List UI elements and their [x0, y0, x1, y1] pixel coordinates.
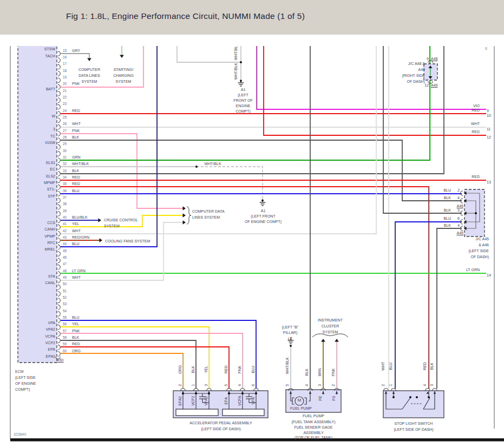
pedal-caption: ACCELERATOR PEDAL ASSEMBLY — [189, 421, 252, 425]
label--left-side-of-dash-: (LEFT SIDE OF DASH) — [201, 427, 241, 431]
starting-charging: STARTING/ — [114, 68, 134, 71]
label-system: SYSTEM — [82, 80, 97, 83]
label-6: 6 — [457, 216, 460, 220]
ecm-caption: ECM — [15, 370, 24, 373]
ecm-pin-name-mpmp: MPMP — [44, 181, 55, 185]
jc48-pin9: 9 — [427, 57, 429, 61]
label-red: RED — [472, 108, 480, 112]
label-fs: FS — [332, 382, 336, 414]
ecm-pin-name-canh: CANH — [44, 227, 55, 231]
label-l2: L2 — [288, 337, 292, 340]
whtblk-mid-label: WHT/BLK — [204, 162, 221, 166]
label-blu: BLU — [443, 216, 451, 220]
ecm-wire-color-pin26: WHT — [72, 122, 81, 126]
ecm-wire-color-pin44: BLU — [72, 242, 80, 246]
label-epa2: EPA2 — [178, 384, 182, 417]
label-blk: BLK — [444, 196, 451, 200]
ecm-pin-name-stsw: STSW — [44, 47, 55, 51]
figure-title-bar: Fig 1: 1.8L, Engine Performance Circuit,… — [0, 0, 504, 35]
stop-caption: STOP LIGHT SWITCH — [395, 422, 433, 425]
label-vcpa: VCPA — [238, 384, 241, 417]
label-2: 2 — [457, 188, 460, 192]
ecm-wire-color-pin28: BLK — [72, 135, 79, 139]
ecm-pin-name-stp: STP — [48, 194, 55, 198]
ecm-pin-number-32: 32 — [63, 162, 67, 166]
ecm-wire-color-pin36: BLU — [72, 189, 80, 193]
ecm-pin-number-38: 38 — [63, 202, 67, 206]
ecm-pin-number-42: 42 — [63, 229, 67, 233]
label--left-side-of-dash-: (LEFT SIDE OF DASH) — [394, 428, 434, 431]
engine-performance-circuit-diagram: 1516171819202122232425262728293031323334… — [0, 46, 504, 447]
ecm-pin-number-17: 17 — [63, 62, 67, 66]
label-vcp2: VCP2 — [191, 384, 195, 417]
ecm-pin-number-43: 43 — [63, 236, 67, 240]
exit-14: 14 — [487, 273, 491, 277]
label-vpa2: VPA2 — [204, 384, 208, 417]
a45-ref: A45 — [457, 231, 463, 235]
ecm-pin-number-20: 20 — [63, 82, 67, 86]
ecm-pin-name-ec: EC — [50, 167, 55, 171]
ecm-pin-number-50: 50 — [63, 282, 67, 286]
label--a46: & A46 — [479, 243, 489, 247]
ecm-pin-number-30: 30 — [63, 149, 67, 153]
ecm-pin-number-47: 47 — [63, 262, 67, 266]
exit-11: 11 — [487, 127, 490, 131]
ecm-pin-number-59: 59 — [63, 343, 67, 346]
ecm-pin-name-tach: TACH — [45, 54, 55, 58]
label-of-dash-: OF DASH) — [407, 80, 425, 83]
label--top-of-fuel-tank-: (TOP OF FUEL TANK) — [294, 436, 332, 439]
fuel-pump-inner: FUEL PUMP — [290, 406, 312, 410]
label-red: RED — [472, 175, 480, 179]
ecm-pin-number-22: 22 — [63, 96, 67, 100]
label-data-lines: DATA LINES — [78, 74, 100, 77]
label-blk: BLK — [444, 208, 451, 212]
label-system: SYSTEM — [104, 224, 120, 228]
ecm-wire-color-pin20: PNK — [72, 82, 80, 86]
ground-a1-top-label: A1 — [241, 88, 246, 91]
label-vio: VIO — [473, 104, 480, 108]
instrument-cluster: INSTRUMENT — [318, 318, 343, 322]
ecm-pin-number-48: 48 — [63, 269, 67, 273]
label-epa: EPA — [224, 384, 228, 417]
ecm-pin-name-sta: STA — [48, 274, 55, 278]
ecm-pin-number-60: 60 — [63, 350, 67, 353]
ecm-pin-number-56: 56 — [63, 323, 67, 326]
ecm-pin-number-53: 53 — [63, 303, 67, 306]
label-assembly: ASSEMBLY — [303, 431, 323, 435]
label-compt-: COMPT) — [235, 109, 251, 113]
label-4: 4 — [457, 196, 460, 200]
label-pillar-: PILLAR) — [283, 331, 297, 334]
jc48-a49-ref: A49 — [431, 83, 437, 87]
ecm-pin-number-52: 52 — [63, 296, 67, 300]
ecm-wire-color-pin48: LT GRN — [72, 269, 86, 273]
ecm-pin-number-51: 51 — [63, 290, 67, 293]
fuel-caption: FUEL PUMP — [303, 414, 324, 418]
ecm-pin-number-36: 36 — [63, 189, 67, 193]
jc48-a48-ref: A48 — [431, 57, 437, 61]
ecm-pin-name-vcp2: VCP2 — [45, 341, 55, 345]
ecm-pin-number-33: 33 — [63, 169, 67, 173]
label-3: 3 — [457, 208, 460, 212]
ecm-pin-number-41: 41 — [63, 222, 67, 226]
ecm-pin-number-21: 21 — [63, 89, 67, 93]
ecm-pin-name-tc: TC — [50, 134, 55, 138]
ecm-pin-name-epa2: EPA2 — [46, 354, 55, 358]
ecm-pin-name-vpa2: VPA2 — [46, 327, 55, 331]
label--left-front: (LEFT FRONT — [251, 214, 275, 218]
ecm-pin-number-23: 23 — [63, 102, 67, 106]
ecm-pin-name-mrel: MREL — [45, 247, 55, 251]
ecm-pin-name-epa: EPA — [48, 347, 56, 351]
ecm-pin-number-25: 25 — [63, 116, 67, 120]
label-fe: FE — [318, 382, 322, 414]
figure-title: Fig 1: 1.8L, Engine Performance Circuit,… — [66, 11, 305, 21]
ecm-pin-name-igsw: IGSW — [45, 141, 55, 144]
ecm-pin-name-vpa: VPA — [48, 321, 56, 325]
label-lines-system: LINES SYSTEM — [192, 215, 220, 219]
ecm-wire-color-pin42: WHT — [72, 229, 81, 233]
diagram-labels-layer: 1516171819202122232425262728293031323334… — [0, 46, 504, 447]
label-compt-: COMPT) — [15, 387, 30, 391]
ecm-pin-name-vcpa: VCPA — [45, 334, 55, 338]
ecm-pin-name-vpmp: VPMP — [44, 234, 55, 238]
label-of-engine-compt-: OF ENGINE COMPT) — [245, 220, 282, 224]
label--left: (LEFT — [238, 93, 248, 97]
